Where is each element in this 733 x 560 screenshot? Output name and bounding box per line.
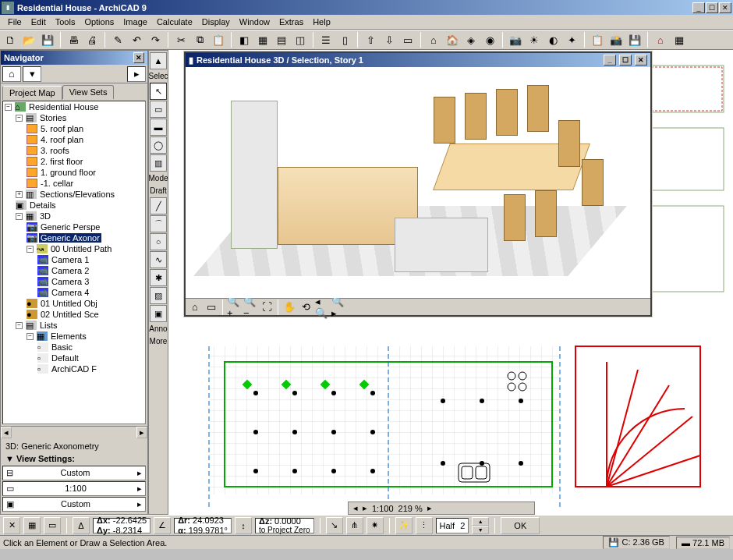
column-tool-icon[interactable]: ◯ — [150, 136, 167, 154]
divide-icon[interactable]: ⋮ — [416, 517, 433, 534]
snap-a-icon[interactable]: ↘ — [326, 517, 343, 534]
3d-view-icon[interactable]: ▭ — [204, 300, 219, 314]
tree-story-3[interactable]: 3. roofs — [27, 145, 145, 156]
nav-display-combo[interactable]: ▣Custom▸ — [2, 497, 146, 512]
ruler-icon[interactable]: ▭ — [44, 517, 61, 534]
save-view-icon[interactable]: 💾 — [626, 31, 643, 48]
vr-icon[interactable]: ◐ — [544, 31, 561, 48]
3d-max-button[interactable]: ☐ — [619, 55, 632, 66]
tool-d-icon[interactable]: ◫ — [292, 31, 309, 48]
clipboard-icon[interactable]: 📋 — [589, 31, 606, 48]
tree-axonometry[interactable]: 📷Generic Axonor — [27, 232, 145, 243]
3d-next-icon[interactable]: 🔍▸ — [331, 300, 346, 314]
image-tool-icon[interactable]: ▣ — [150, 305, 167, 322]
circle-tool-icon[interactable]: ○ — [150, 233, 167, 250]
menu-help[interactable]: Help — [308, 16, 335, 28]
lamp-icon[interactable]: ◉ — [481, 31, 498, 48]
magic-icon[interactable]: ✨ — [395, 517, 413, 534]
tree-story-1[interactable]: 1. ground floor — [27, 167, 145, 178]
tool-b-icon[interactable]: ▦ — [254, 31, 271, 48]
ok-button[interactable]: OK — [501, 517, 540, 534]
menu-image[interactable]: Image — [119, 16, 152, 28]
sun-icon[interactable]: ✦ — [563, 31, 580, 48]
pen-icon[interactable]: ✎ — [109, 31, 126, 48]
copy-icon[interactable]: ⧉ — [191, 31, 208, 48]
menu-edit[interactable]: Edit — [27, 16, 51, 28]
tree-story-4[interactable]: 4. roof plan — [27, 134, 145, 145]
3d-min-button[interactable]: _ — [604, 55, 616, 66]
menu-file[interactable]: File — [3, 16, 27, 28]
3d-viewport[interactable] — [186, 67, 650, 298]
nav-popup-icon[interactable]: ▸ — [127, 66, 146, 82]
half-down[interactable]: ▼ — [472, 526, 489, 534]
tree-cam-4[interactable]: 📹Camera 4 — [37, 287, 145, 298]
nav-up-icon[interactable]: ⇧ — [362, 31, 379, 48]
redo-icon[interactable]: ↷ — [147, 31, 164, 48]
tree-root[interactable]: −⌂Residential House — [5, 101, 145, 112]
tree-el-default[interactable]: ▫Default — [37, 353, 145, 363]
navigator-scrollbar[interactable]: ◂ ▸ — [1, 426, 147, 438]
nav-mode-project-icon[interactable]: ⌂ — [2, 66, 21, 82]
close-button[interactable]: ✕ — [719, 2, 731, 13]
paste-icon[interactable]: 📋 — [210, 31, 227, 48]
tree-story-2[interactable]: 2. first floor — [27, 156, 145, 167]
tree-3d[interactable]: −▦3D — [16, 211, 145, 222]
tree-details[interactable]: ▣Details — [16, 200, 145, 211]
view2d-scale[interactable]: 1:100 — [372, 504, 394, 513]
menu-calculate[interactable]: Calculate — [152, 16, 197, 28]
object-icon[interactable]: ◈ — [462, 31, 480, 48]
3d-close-button[interactable]: ✕ — [635, 55, 647, 66]
3d-zoom-in-icon[interactable]: 🔍+ — [226, 300, 242, 314]
addon-icon[interactable]: ⌂ — [652, 31, 669, 48]
3d-home-icon[interactable]: ⌂ — [187, 300, 203, 314]
marquee-tool-icon[interactable]: ▭ — [150, 101, 167, 118]
tree-sections[interactable]: +▥Sections/Elevations — [16, 189, 145, 200]
nav-mode-view-icon[interactable]: ▾ — [23, 66, 41, 82]
render-icon[interactable]: ☀ — [526, 31, 543, 48]
tree-story-0[interactable]: -1. cellar — [27, 178, 145, 189]
z-icon[interactable]: ↕ — [235, 517, 252, 534]
print-icon[interactable]: 🖨 — [83, 31, 101, 48]
tree-perspective[interactable]: 📷Generic Perspe — [27, 222, 145, 232]
menu-display[interactable]: Display — [197, 16, 235, 28]
wall-tool-icon[interactable]: ▬ — [150, 119, 167, 136]
3d-orbit-icon[interactable]: ⟲ — [298, 300, 313, 314]
navigator-close-button[interactable]: ✕ — [133, 52, 144, 63]
tree-cam-2[interactable]: 📹Camera 2 — [37, 265, 145, 276]
menu-window[interactable]: Window — [235, 16, 274, 28]
half-field[interactable]: Half 2 — [436, 518, 469, 533]
save-icon[interactable]: 💾 — [39, 31, 56, 48]
maximize-button[interactable]: ☐ — [706, 2, 718, 13]
point-tool-icon[interactable]: ✱ — [150, 269, 167, 286]
tree-cam-1[interactable]: 📹Camera 1 — [37, 254, 145, 265]
plot-icon[interactable]: 🖶 — [65, 31, 82, 48]
grid-snap-icon[interactable]: ▦ — [23, 517, 41, 534]
undo-icon[interactable]: ↶ — [128, 31, 145, 48]
menu-extras[interactable]: Extras — [274, 16, 308, 28]
half-up[interactable]: ▲ — [472, 517, 489, 526]
new-icon[interactable]: 🗋 — [2, 31, 19, 48]
delta-icon[interactable]: Δ — [73, 517, 90, 534]
3d-pan-icon[interactable]: ✋ — [282, 300, 297, 314]
line-tool-icon[interactable]: ╱ — [150, 197, 167, 214]
library-icon[interactable]: ⌂ — [425, 31, 442, 48]
snapshot-icon[interactable]: 📸 — [607, 31, 625, 48]
snap-c-icon[interactable]: ✷ — [366, 517, 384, 534]
tree-obj-1[interactable]: ●01 Untitled Obj — [27, 298, 145, 309]
nav-down-icon[interactable]: ⇩ — [381, 31, 398, 48]
tree-el-basic[interactable]: ▫Basic — [37, 342, 145, 353]
window-tool-icon[interactable]: ▥ — [150, 154, 167, 172]
tab-view-sets[interactable]: View Sets — [62, 85, 115, 99]
tree-stories[interactable]: −▤Stories — [16, 112, 145, 123]
origin-icon[interactable]: ✕ — [3, 517, 20, 534]
arrow-tool-icon[interactable]: ↖ — [150, 83, 167, 100]
tree-el-archicad[interactable]: ▫ArchiCAD F — [37, 363, 145, 374]
roof-icon[interactable]: 🏠 — [444, 31, 461, 48]
minimize-button[interactable]: _ — [692, 2, 705, 13]
toolbox-scroll-up[interactable]: ▲ — [150, 52, 167, 69]
tree-story-5[interactable]: 5. roof plan — [27, 123, 145, 134]
go-icon[interactable]: ▭ — [399, 31, 416, 48]
spline-tool-icon[interactable]: ∿ — [150, 251, 167, 268]
cut-icon[interactable]: ✂ — [172, 31, 189, 48]
menu-tools[interactable]: Tools — [51, 16, 80, 28]
